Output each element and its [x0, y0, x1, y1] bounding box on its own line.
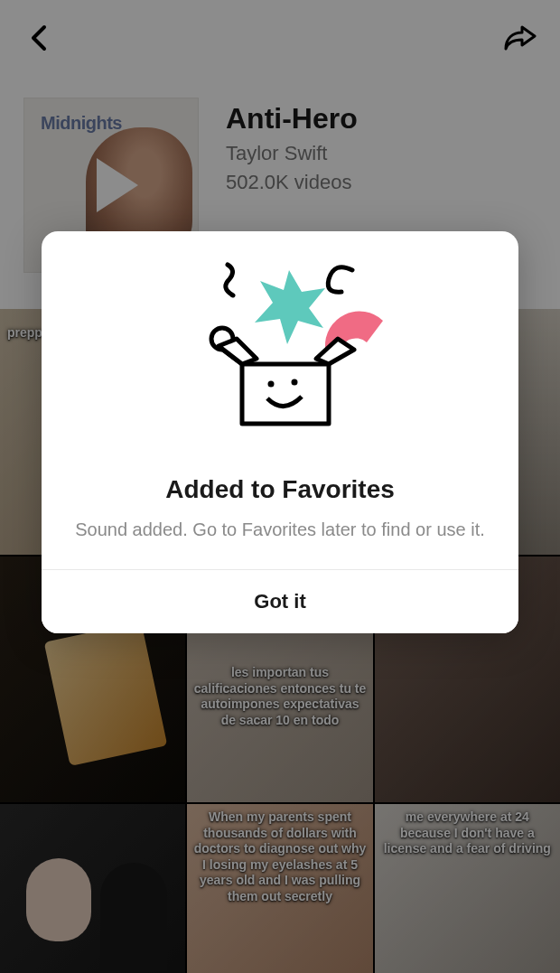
- svg-marker-3: [219, 339, 257, 364]
- modal-title: Added to Favorites: [165, 475, 395, 504]
- svg-marker-0: [255, 270, 325, 344]
- svg-point-5: [268, 381, 275, 388]
- favorites-modal: Added to Favorites Sound added. Go to Fa…: [42, 231, 518, 633]
- svg-marker-4: [316, 339, 354, 364]
- svg-point-6: [292, 379, 298, 386]
- svg-rect-2: [242, 364, 329, 424]
- favorites-illustration: [42, 231, 518, 446]
- got-it-button[interactable]: Got it: [42, 570, 518, 633]
- modal-description: Sound added. Go to Favorites later to fi…: [42, 517, 518, 569]
